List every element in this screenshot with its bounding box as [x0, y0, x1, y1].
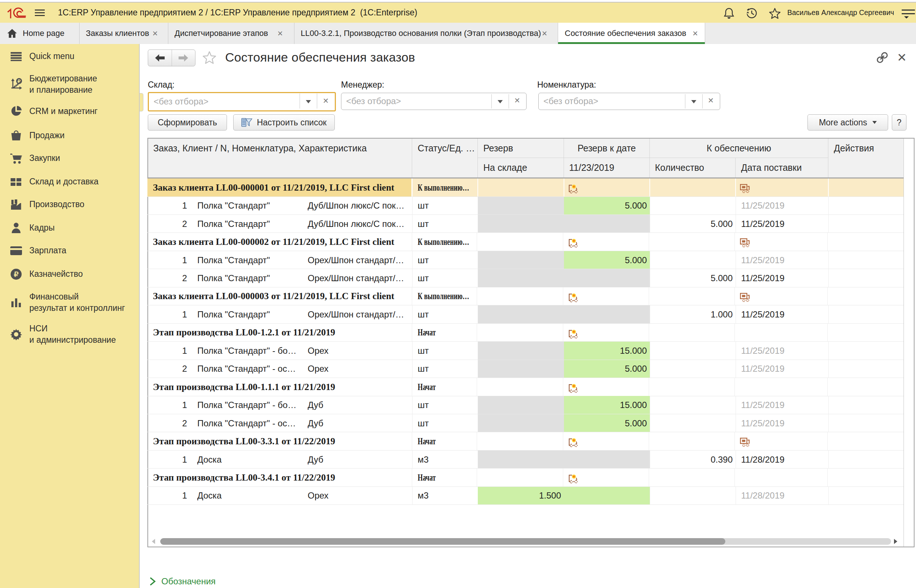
- svg-text:₽: ₽: [14, 270, 19, 278]
- svg-text:₽: ₽: [18, 78, 21, 84]
